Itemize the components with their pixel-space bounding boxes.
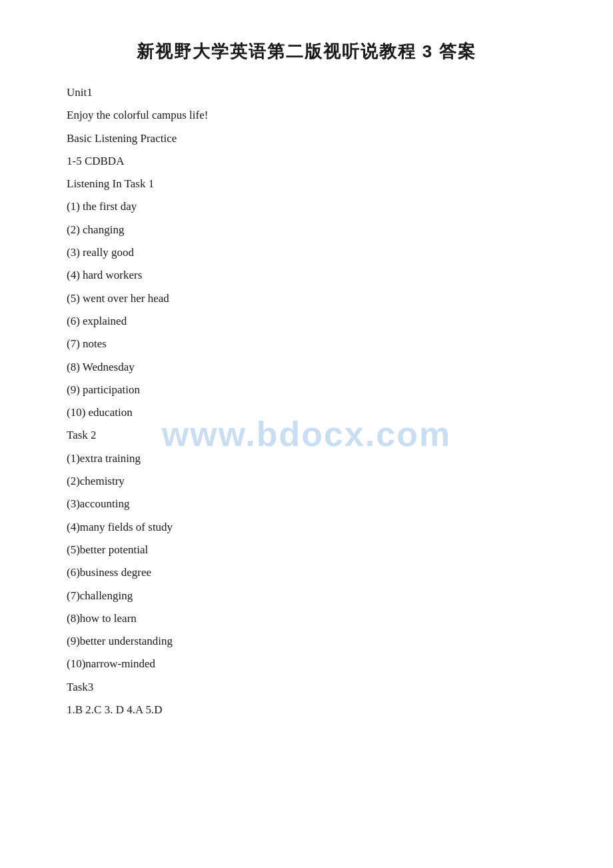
content-line-0: Unit1 (67, 82, 546, 103)
content-line-14: (10) education (67, 402, 546, 423)
content-area: Unit1Enjoy the colorful campus life!Basi… (67, 82, 546, 721)
content-line-21: (6)business degree (67, 562, 546, 583)
content-line-4: Listening In Task 1 (67, 173, 546, 195)
content-line-5: (1) the first day (67, 196, 546, 217)
content-line-22: (7)challenging (67, 585, 546, 607)
content-line-10: (6) explained (67, 311, 546, 332)
content-line-15: Task 2 (67, 425, 546, 446)
content-line-1: Enjoy the colorful campus life! (67, 105, 546, 126)
content-line-6: (2) changing (67, 219, 546, 241)
content-line-27: 1.B 2.C 3. D 4.A 5.D (67, 699, 546, 721)
content-line-20: (5)better potential (67, 539, 546, 561)
content-line-11: (7) notes (67, 333, 546, 355)
content-line-2: Basic Listening Practice (67, 128, 546, 149)
content-line-25: (10)narrow-minded (67, 653, 546, 675)
content-line-26: Task3 (67, 677, 546, 698)
content-line-3: 1-5 CDBDA (67, 151, 546, 172)
page-title: 新视野大学英语第二版视听说教程 3 答案 (67, 40, 546, 63)
content-line-16: (1)extra training (67, 448, 546, 469)
content-line-7: (3) really good (67, 242, 546, 263)
content-line-24: (9)better understanding (67, 631, 546, 652)
content-line-17: (2)chemistry (67, 471, 546, 492)
content-line-13: (9) participation (67, 379, 546, 401)
content-line-12: (8) Wednesday (67, 357, 546, 378)
content-line-19: (4)many fields of study (67, 517, 546, 538)
content-line-18: (3)accounting (67, 493, 546, 515)
content-line-9: (5) went over her head (67, 288, 546, 309)
content-line-8: (4) hard workers (67, 265, 546, 286)
content-line-23: (8)how to learn (67, 608, 546, 629)
